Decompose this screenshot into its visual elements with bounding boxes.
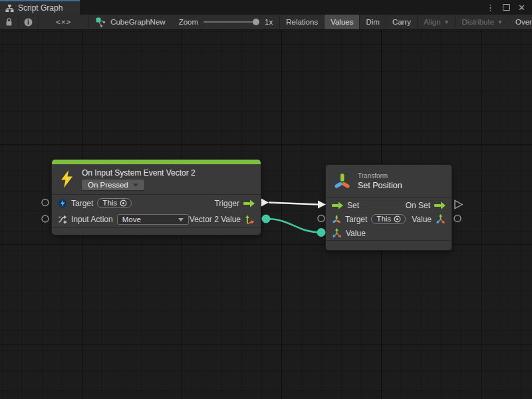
toolbar-button-align[interactable]: Align ▼	[418, 15, 456, 29]
titlebar: Script Graph ⋮ ✕	[0, 0, 532, 15]
vector3-icon	[436, 214, 446, 224]
toolbar-button-overview[interactable]: Overview	[509, 15, 532, 29]
zoom-value: 1x	[265, 18, 273, 26]
port-label-value-out: Value	[412, 215, 432, 224]
zoom-section: Zoom 1x	[172, 15, 281, 29]
vector2-icon	[245, 215, 255, 225]
target-this-chip[interactable]: This	[97, 198, 132, 208]
target-this-chip[interactable]: This	[371, 214, 406, 224]
inspect-button[interactable]	[19, 15, 39, 29]
self-target-icon	[120, 200, 127, 207]
event-node-header: On Input System Event Vector 2 On Presse…	[52, 164, 261, 194]
zoom-slider[interactable]	[203, 21, 259, 23]
vector3-icon	[332, 228, 342, 238]
toolbar-button-values[interactable]: Values	[325, 15, 360, 29]
edit-source-button[interactable]: <×>	[39, 15, 89, 29]
port-label-target: Target	[345, 215, 367, 224]
chevron-down-icon: ▼	[497, 19, 503, 25]
port-label-set: Set	[347, 201, 359, 210]
tab-title: Script Graph	[18, 3, 63, 13]
tab-script-graph[interactable]: Script Graph	[0, 0, 80, 15]
toolbar-button-carry[interactable]: Carry	[386, 15, 418, 29]
transform-mini-icon	[332, 215, 341, 224]
hierarchy-graph-icon	[5, 4, 14, 13]
chevron-down-icon: ▼	[444, 19, 450, 25]
port-label-trigger: Trigger	[214, 199, 239, 208]
port-transform-value-output[interactable]	[454, 215, 461, 222]
port-row-target-value: Target This Value	[326, 212, 452, 226]
flow-arrow-icon	[332, 201, 343, 209]
maximize-icon[interactable]	[503, 4, 510, 11]
node-title: Set Position	[358, 181, 402, 190]
port-label-value-in: Value	[346, 229, 366, 238]
graph-name: CubeGraphNew	[110, 18, 165, 26]
input-action-dropdown[interactable]: Move	[117, 214, 189, 225]
port-row-set-onset: Set On Set	[326, 198, 452, 212]
close-icon[interactable]: ✕	[518, 3, 525, 13]
port-vector2-value-output[interactable]	[262, 215, 271, 223]
port-transform-target-input[interactable]	[318, 215, 325, 222]
info-icon	[24, 18, 33, 27]
port-event-target-input[interactable]	[42, 200, 49, 206]
port-label-vector2-value: Vector 2 Value	[190, 215, 241, 224]
menu-icon[interactable]: ⋮	[486, 3, 495, 13]
zoom-slider-handle[interactable]	[253, 19, 259, 25]
node-footer	[326, 240, 452, 250]
port-event-inputaction-input[interactable]	[42, 215, 49, 222]
node-on-input-system-event-vector2[interactable]: On Input System Event Vector 2 On Presse…	[52, 160, 261, 235]
toolbar-button-relations[interactable]: Relations	[280, 15, 325, 29]
event-mode-dropdown[interactable]: On Pressed	[82, 180, 144, 190]
node-category: Transform	[358, 172, 402, 180]
lightning-bolt-icon	[60, 170, 74, 188]
node-title: On Input System Event Vector 2	[82, 168, 196, 178]
chevron-down-icon	[178, 218, 184, 221]
node-transform-set-position[interactable]: Transform Set Position Set On Set	[326, 165, 452, 250]
lock-icon	[5, 18, 13, 27]
port-label-target: Target	[71, 199, 93, 208]
flow-arrow-icon	[243, 200, 255, 207]
port-row-target-trigger: Target This Trigger	[52, 194, 261, 211]
toolbar-button-distribute[interactable]: Distribute ▼	[456, 15, 510, 29]
graph-name-section[interactable]: CubeGraphNew	[89, 15, 172, 29]
transform-axes-icon	[333, 172, 351, 190]
input-action-icon	[58, 215, 67, 224]
self-target-icon	[394, 215, 401, 223]
port-label-on-set: On Set	[406, 201, 430, 210]
port-value-input[interactable]	[317, 228, 326, 237]
port-row-value-in: Value	[326, 226, 452, 240]
event-target-icon	[58, 199, 67, 208]
script-graph-window: Script Graph ⋮ ✕	[0, 0, 532, 399]
lock-button[interactable]	[0, 15, 19, 29]
zoom-label: Zoom	[179, 18, 198, 26]
toolbar-button-dim[interactable]: Dim	[360, 15, 386, 29]
chevron-down-icon	[133, 184, 138, 187]
toolbar: <×> CubeGraphNew Zoom 1x Relations Value…	[0, 15, 532, 30]
flow-arrow-icon	[434, 201, 446, 209]
window-controls: ⋮ ✕	[486, 0, 532, 15]
port-row-inputaction-vector2: Input Action Move Vector 2 Value	[52, 211, 261, 227]
port-label-input-action: Input Action	[71, 215, 113, 224]
transform-node-header: Transform Set Position	[326, 165, 452, 198]
graph-asset-icon	[96, 17, 106, 27]
node-footer	[52, 227, 261, 235]
node-accent-bar	[52, 160, 261, 164]
